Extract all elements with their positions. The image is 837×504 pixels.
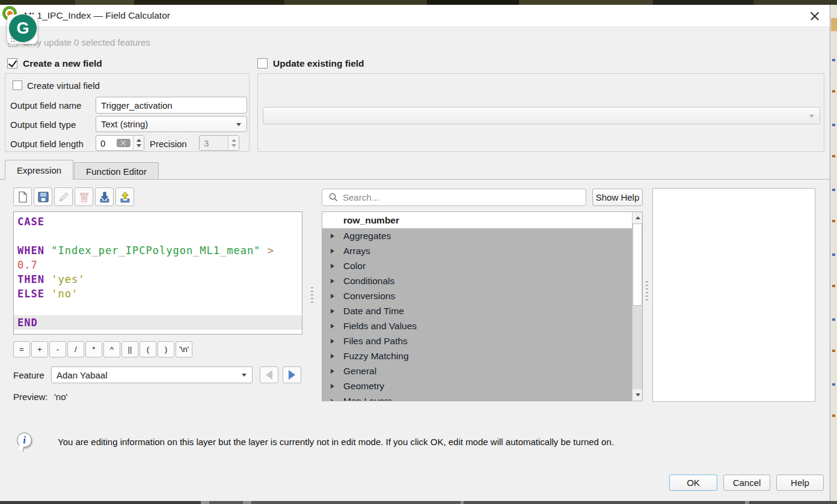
- scrollbar-thumb[interactable]: [633, 223, 642, 306]
- import-expression-button[interactable]: [95, 187, 114, 206]
- chevron-down-icon: [236, 123, 241, 126]
- length-spinner[interactable]: [133, 136, 144, 150]
- expand-icon[interactable]: [331, 294, 334, 299]
- function-group-row[interactable]: Files and Paths: [322, 333, 632, 348]
- existing-field-combobox: [263, 107, 820, 124]
- help-button[interactable]: Help: [776, 475, 824, 491]
- spin-up-icon[interactable]: [136, 139, 141, 142]
- update-existing-field-label: Update existing field: [273, 58, 364, 69]
- function-group-row[interactable]: Conversions: [322, 288, 632, 303]
- tab-expression[interactable]: Expression: [5, 160, 73, 180]
- expand-icon[interactable]: [331, 384, 334, 389]
- chevron-down-icon: [809, 115, 814, 118]
- function-group-row[interactable]: Date and Time: [322, 303, 632, 318]
- next-feature-button[interactable]: [283, 366, 301, 383]
- operator-button[interactable]: /: [67, 341, 84, 357]
- ok-button[interactable]: OK: [669, 475, 717, 491]
- expression-line: THEN 'yes': [14, 272, 302, 287]
- operator-button[interactable]: (: [140, 341, 156, 357]
- output-field-type-combobox[interactable]: Text (string): [96, 116, 247, 132]
- scroll-down-icon[interactable]: [633, 389, 643, 401]
- create-virtual-field-label: Create virtual field: [27, 80, 100, 91]
- next-icon: [289, 370, 295, 380]
- expand-icon[interactable]: [331, 279, 334, 284]
- function-group-row[interactable]: Map Layers: [322, 393, 632, 401]
- export-expression-button[interactable]: [115, 187, 134, 206]
- expand-icon[interactable]: [331, 354, 334, 359]
- operator-bar: =+-/*^||()'\n': [13, 341, 192, 357]
- grammarly-icon[interactable]: [9, 14, 37, 42]
- expand-icon[interactable]: [331, 369, 334, 374]
- function-group-row[interactable]: Aggregates: [322, 228, 632, 243]
- function-group-row[interactable]: Conditionals: [322, 273, 632, 288]
- function-search[interactable]: [322, 189, 586, 206]
- precision-spinner: [228, 136, 239, 150]
- cancel-button[interactable]: Cancel: [723, 475, 770, 491]
- clear-value-icon[interactable]: [117, 139, 130, 147]
- save-expression-button[interactable]: [34, 187, 52, 206]
- expand-icon[interactable]: [331, 264, 334, 269]
- operator-button[interactable]: ^: [103, 341, 120, 357]
- function-group-row[interactable]: Geometry: [322, 378, 632, 393]
- spin-down-icon[interactable]: [136, 144, 141, 147]
- new-field-groupbox: Create virtual field Output field name T…: [5, 73, 250, 152]
- expand-icon[interactable]: [331, 309, 334, 314]
- function-item-row-number[interactable]: row_number: [322, 212, 642, 228]
- feature-combobox[interactable]: Adan Yabaal: [51, 366, 253, 383]
- operator-button[interactable]: ): [158, 341, 174, 357]
- tab-function-editor[interactable]: Function Editor: [74, 162, 159, 180]
- scroll-up-icon[interactable]: [633, 212, 643, 223]
- function-group-list: AggregatesArraysColorConditionalsConvers…: [322, 228, 632, 401]
- grammarly-widget[interactable]: [7, 14, 37, 44]
- tabbar-divider: [0, 179, 830, 180]
- operator-button[interactable]: '\n': [176, 341, 192, 357]
- close-icon[interactable]: [807, 9, 823, 23]
- splitter-handle[interactable]: [646, 281, 648, 300]
- previous-icon: [266, 370, 272, 380]
- expand-icon[interactable]: [331, 234, 334, 238]
- expression-token: [260, 244, 267, 257]
- create-virtual-field-checkbox[interactable]: [13, 80, 22, 90]
- operator-button[interactable]: +: [31, 341, 48, 357]
- only-update-label: Only update 0 selected features: [23, 37, 150, 47]
- operator-button[interactable]: ||: [121, 341, 138, 357]
- function-group-label: Color: [322, 261, 366, 272]
- operator-button[interactable]: =: [13, 341, 30, 357]
- splitter-handle[interactable]: [311, 287, 313, 304]
- operator-button[interactable]: *: [85, 341, 102, 357]
- dialog-titlebar[interactable]: ML1_IPC_Index — Field Calculator: [0, 5, 830, 27]
- output-field-type-label: Output field type: [10, 120, 76, 130]
- expand-icon[interactable]: [331, 324, 334, 329]
- output-field-type-value: Text (string): [101, 119, 148, 129]
- pencil-icon: [58, 191, 70, 203]
- output-field-length-spinbox[interactable]: 0: [96, 135, 144, 151]
- output-field-name-input[interactable]: Trigger_activation: [96, 97, 247, 114]
- search-input[interactable]: [343, 192, 586, 202]
- expand-icon[interactable]: [331, 249, 334, 254]
- expand-icon[interactable]: [331, 399, 334, 401]
- operator-button[interactable]: -: [49, 341, 66, 357]
- output-field-name-label: Output field name: [10, 100, 81, 111]
- delete-expression-button: [75, 187, 93, 206]
- existing-field-groupbox: [257, 73, 824, 152]
- expression-token: CASE: [17, 216, 44, 228]
- expand-icon[interactable]: [331, 339, 334, 344]
- expression-code[interactable]: CASE WHEN "Index_per_IPCPolygon_ML1_mean…: [13, 211, 302, 335]
- function-group-row[interactable]: Fields and Values: [322, 318, 632, 333]
- function-group-row[interactable]: Arrays: [322, 243, 632, 258]
- function-list-scrollbar[interactable]: [632, 212, 642, 401]
- function-group-row[interactable]: General: [322, 363, 632, 378]
- new-expression-button[interactable]: [13, 187, 32, 206]
- function-list[interactable]: row_number AggregatesArraysColorConditio…: [322, 211, 643, 401]
- function-group-row[interactable]: Fuzzy Matching: [322, 348, 632, 363]
- function-group-row[interactable]: Color: [322, 258, 632, 273]
- cancel-label: Cancel: [733, 478, 761, 488]
- function-help-panel: [652, 188, 815, 402]
- expression-line: [14, 229, 302, 243]
- show-help-button[interactable]: Show Help: [592, 189, 643, 206]
- update-existing-field-checkbox[interactable]: [257, 58, 268, 68]
- ok-label: OK: [687, 478, 700, 488]
- edit-expression-button: [54, 187, 73, 206]
- output-field-length-value: 0: [96, 138, 117, 148]
- create-new-field-checkbox[interactable]: [7, 58, 17, 68]
